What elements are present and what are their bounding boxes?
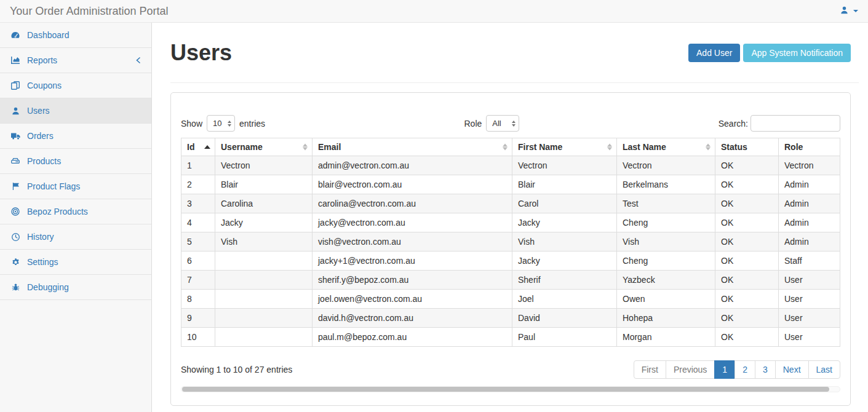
cell-first-name: Joel — [512, 290, 617, 309]
sidebar-item-label: History — [27, 232, 54, 242]
page-previous[interactable]: Previous — [666, 360, 715, 379]
table-row: 6jacky+1@vectron.com.auJackyChengOKStaff — [181, 252, 840, 271]
header-buttons: Add User App System Notification — [688, 44, 851, 62]
page-2[interactable]: 2 — [735, 360, 755, 379]
app-system-notification-button[interactable]: App System Notification — [743, 44, 851, 62]
cell-status: OK — [715, 328, 779, 347]
cell-id: 2 — [181, 175, 215, 194]
sidebar-item-dashboard[interactable]: Dashboard — [0, 23, 151, 48]
page-header: Users Add User App System Notification — [170, 39, 859, 83]
sidebar-item-reports[interactable]: Reports — [0, 48, 151, 73]
column-header-first-name[interactable]: First Name — [512, 138, 617, 156]
sidebar-item-label: Products — [27, 156, 61, 166]
column-label: Username — [221, 142, 263, 152]
sidebar-item-product-flags[interactable]: Product Flags — [0, 174, 151, 199]
add-user-button[interactable]: Add User — [688, 44, 740, 62]
sidebar-item-label: Product Flags — [27, 181, 80, 191]
cell-id: 1 — [181, 156, 215, 175]
app-title: Your Order Administration Portal — [10, 5, 168, 18]
page-last[interactable]: Last — [808, 360, 840, 379]
page-next[interactable]: Next — [775, 360, 809, 379]
sidebar-item-products[interactable]: Products — [0, 149, 151, 174]
cell-username: Vish — [215, 232, 313, 252]
bullseye-icon — [10, 207, 21, 216]
sidebar-item-label: Orders — [27, 131, 54, 141]
cell-status: OK — [715, 175, 779, 194]
entries-label: entries — [239, 119, 265, 129]
column-label: Role — [784, 142, 803, 152]
cell-role: Admin — [779, 175, 840, 194]
cell-role: Staff — [779, 252, 840, 271]
horizontal-scrollbar[interactable] — [181, 386, 840, 392]
sidebar-item-label: Coupons — [27, 81, 62, 90]
page-title: Users — [170, 39, 232, 66]
cell-username — [215, 309, 313, 328]
cell-username: Carolina — [215, 194, 313, 213]
cell-role: User — [779, 290, 840, 309]
search-label: Search: — [719, 119, 748, 129]
table-row: 10paul.m@bepoz.com.auPaulMorganOKUser — [181, 328, 840, 347]
app-navbar: Your Order Administration Portal — [0, 0, 868, 23]
sidebar-item-users[interactable]: Users — [0, 98, 151, 124]
clock-icon — [10, 232, 21, 242]
show-label: Show — [181, 119, 202, 129]
column-header-username[interactable]: Username — [215, 138, 313, 156]
users-panel: Show 10 entries Role All Search: IdUs — [170, 92, 851, 406]
sidebar-item-coupons[interactable]: Coupons — [0, 73, 151, 98]
cell-last-name: Owen — [617, 290, 715, 309]
sidebar-item-debugging[interactable]: Debugging — [0, 275, 151, 300]
flag-icon — [10, 181, 21, 191]
user-menu[interactable] — [840, 6, 858, 17]
role-select-wrap: All — [486, 115, 519, 132]
entries-select[interactable]: 10 — [207, 117, 234, 130]
cell-id: 9 — [181, 309, 215, 328]
table-row: 2Blairblair@vectron.com.auBlairBerkelman… — [181, 175, 840, 194]
table-row: 7sherif.y@bepoz.com.auSherifYazbeckOKUse… — [181, 271, 840, 290]
cell-first-name: Jacky — [512, 213, 617, 232]
truck-icon — [10, 131, 21, 141]
cell-last-name: Vish — [617, 232, 715, 252]
cell-id: 7 — [181, 271, 215, 290]
cell-role: User — [779, 309, 840, 328]
sort-both-icon — [503, 144, 508, 151]
sidebar-item-settings[interactable]: Settings — [0, 250, 151, 275]
sidebar-item-label: Dashboard — [27, 30, 70, 40]
sort-both-icon — [706, 144, 711, 151]
user-icon — [10, 106, 21, 116]
column-header-email[interactable]: Email — [313, 138, 512, 156]
cell-email: admin@vectron.com.au — [313, 156, 512, 175]
column-header-last-name[interactable]: Last Name — [617, 138, 715, 156]
page-first[interactable]: First — [634, 360, 666, 379]
scrollbar-thumb[interactable] — [182, 387, 829, 392]
cell-status: OK — [715, 290, 779, 309]
pagination-item: 2 — [735, 360, 755, 379]
cell-email: joel.owen@vectron.com.au — [313, 290, 512, 309]
cell-email: jacky+1@vectron.com.au — [313, 252, 512, 271]
sort-asc-icon — [204, 145, 210, 149]
cell-status: OK — [715, 156, 779, 175]
cell-role: Vectron — [779, 156, 840, 175]
role-label: Role — [464, 119, 482, 129]
search-input[interactable] — [751, 115, 840, 132]
sidebar-item-history[interactable]: History — [0, 224, 151, 250]
cell-first-name: David — [512, 309, 617, 328]
role-select[interactable]: All — [487, 117, 519, 130]
cell-role: User — [779, 271, 840, 290]
cell-id: 8 — [181, 290, 215, 309]
sidebar-item-label: Bepoz Products — [27, 207, 88, 216]
sidebar-item-label: Debugging — [27, 282, 69, 292]
page-1[interactable]: 1 — [714, 360, 735, 379]
sidebar-item-orders[interactable]: Orders — [0, 124, 151, 149]
sidebar-item-bepoz-products[interactable]: Bepoz Products — [0, 199, 151, 224]
cell-first-name: Blair — [512, 175, 617, 194]
table-row: 4Jackyjacky@vectron.com.auJackyChengOKAd… — [181, 213, 840, 232]
role-filter-control: Role All — [464, 115, 520, 132]
column-header-id[interactable]: Id — [181, 138, 215, 156]
column-header-status: Status — [715, 138, 779, 156]
user-icon — [840, 6, 849, 17]
cell-role: Admin — [779, 194, 840, 213]
cell-last-name: Yazbeck — [617, 271, 715, 290]
page-3[interactable]: 3 — [755, 360, 776, 379]
copy-icon — [10, 81, 21, 90]
table-row: 9david.h@vectron.com.auDavidHohepaOKUser — [181, 309, 840, 328]
